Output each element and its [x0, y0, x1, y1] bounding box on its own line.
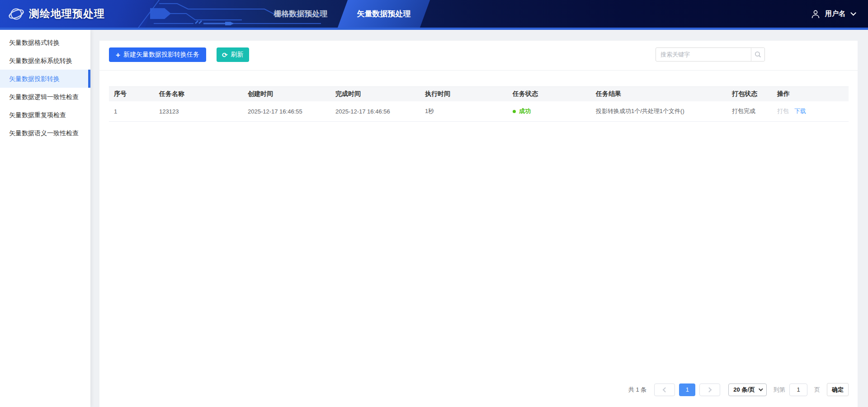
- goto-prefix-label: 到第: [774, 386, 785, 394]
- app-title: 测绘地理预处理: [29, 7, 105, 21]
- sidebar-item-logic-check[interactable]: 矢量数据逻辑一致性检查: [0, 88, 90, 106]
- sidebar-item-semantic-check[interactable]: 矢量数据语义一致性检查: [0, 124, 90, 142]
- task-table: 序号 任务名称 创建时间 完成时间 执行时间 任务状态 任务结果 打包状态 操作…: [109, 86, 849, 122]
- page-number-button[interactable]: 1: [679, 383, 695, 396]
- cell-name: 123123: [154, 101, 243, 121]
- chevron-right-icon: [707, 387, 712, 392]
- plus-icon: +: [116, 51, 120, 59]
- status-badge: 成功: [519, 107, 531, 115]
- sidebar-item-projection-convert[interactable]: 矢量数据投影转换: [0, 70, 90, 88]
- confirm-button[interactable]: 确定: [827, 383, 849, 396]
- cell-package-status: 打包完成: [727, 101, 772, 121]
- app-logo-icon: [8, 6, 24, 22]
- col-header-result: 任务结果: [591, 87, 727, 101]
- sidebar-nav: 矢量数据格式转换 矢量数据坐标系统转换 矢量数据投影转换 矢量数据逻辑一致性检查…: [0, 30, 90, 407]
- search-icon: [755, 51, 761, 58]
- cell-result: 投影转换成功1个/共处理1个文件(): [591, 101, 727, 121]
- cell-status: 成功: [508, 101, 591, 121]
- col-header-actions: 操作: [772, 87, 849, 101]
- chevron-down-icon: [850, 10, 856, 16]
- chevron-left-icon: [663, 387, 668, 392]
- table-row: 1 123123 2025-12-17 16:46:55 2025-12-17 …: [109, 101, 849, 122]
- col-header-duration: 执行时间: [420, 87, 508, 101]
- cell-created: 2025-12-17 16:46:55: [243, 101, 330, 121]
- table-header-row: 序号 任务名称 创建时间 完成时间 执行时间 任务状态 任务结果 打包状态 操作: [109, 86, 849, 101]
- user-menu[interactable]: 用户名: [811, 0, 868, 28]
- sidebar-item-coordsys-convert[interactable]: 矢量数据坐标系统转换: [0, 52, 90, 70]
- top-header: 测绘地理预处理 栅格数据预处理 矢量数据预处理 用户名: [0, 0, 868, 30]
- goto-suffix-label: 页: [814, 386, 820, 394]
- content-panel: + 新建矢量数据投影转换任务 ⟳ 刷新 序号 任务名称 创建时间 完成时间 执行…: [99, 41, 858, 407]
- new-task-button[interactable]: + 新建矢量数据投影转换任务: [109, 47, 206, 62]
- tab-raster-preprocess[interactable]: 栅格数据预处理: [251, 0, 350, 28]
- pagination-total: 共 1 条: [628, 386, 646, 394]
- col-header-status: 任务状态: [508, 87, 591, 101]
- package-action-disabled: 打包: [777, 107, 789, 115]
- goto-page-input[interactable]: [789, 383, 807, 396]
- col-header-index: 序号: [109, 87, 154, 101]
- status-dot-icon: [513, 110, 516, 113]
- user-name: 用户名: [825, 9, 845, 18]
- toolbar: + 新建矢量数据投影转换任务 ⟳ 刷新: [99, 41, 858, 71]
- refresh-button[interactable]: ⟳ 刷新: [217, 47, 249, 62]
- logo-area: 测绘地理预处理: [0, 0, 105, 28]
- page-size-select[interactable]: 20 条/页: [728, 383, 767, 396]
- sidebar-item-duplicate-check[interactable]: 矢量数据重复项检查: [0, 106, 90, 124]
- download-link[interactable]: 下载: [794, 107, 806, 115]
- search-button[interactable]: [751, 48, 764, 61]
- col-header-created: 创建时间: [243, 87, 330, 101]
- col-header-package: 打包状态: [727, 87, 772, 101]
- user-icon: [811, 9, 820, 19]
- col-header-name: 任务名称: [154, 87, 243, 101]
- search-input[interactable]: [656, 48, 751, 61]
- tab-vector-preprocess[interactable]: 矢量数据预处理: [343, 0, 425, 28]
- sidebar-item-format-convert[interactable]: 矢量数据格式转换: [0, 33, 90, 52]
- pagination: 共 1 条 1 20 条/页 到第 页 确定: [628, 383, 849, 396]
- cell-index: 1: [109, 101, 154, 121]
- prev-page-button[interactable]: [654, 383, 675, 396]
- cell-duration: 1秒: [420, 101, 508, 121]
- search-box: [656, 47, 765, 62]
- next-page-button[interactable]: [699, 383, 720, 396]
- select-chevron-icon: [759, 387, 763, 391]
- cell-finished: 2025-12-17 16:46:56: [330, 101, 420, 121]
- col-header-finished: 完成时间: [330, 87, 420, 101]
- refresh-label: 刷新: [231, 51, 244, 59]
- refresh-icon: ⟳: [222, 52, 228, 58]
- new-task-label: 新建矢量数据投影转换任务: [123, 51, 199, 59]
- page-size-value: 20 条/页: [733, 386, 755, 394]
- cell-actions: 打包 下载: [772, 101, 849, 121]
